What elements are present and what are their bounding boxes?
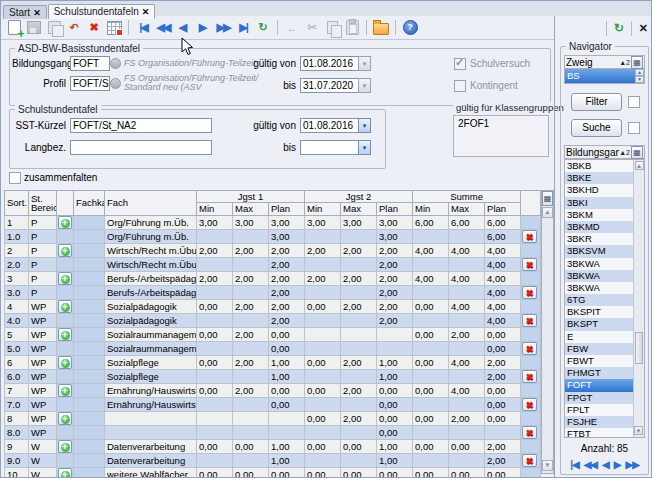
cell-fach[interactable]: Berufs-/Arbeitspädag.: [105, 271, 197, 285]
cell-value[interactable]: 2,00: [269, 299, 305, 313]
cell-value[interactable]: [341, 425, 377, 439]
cell-value[interactable]: [413, 425, 449, 439]
delete-row-button[interactable]: ✖: [522, 230, 537, 243]
cell-sort[interactable]: 8.0: [5, 425, 29, 439]
cell-value[interactable]: 1,00: [377, 369, 413, 383]
table-edit-button[interactable]: [105, 19, 123, 37]
cell-bereich[interactable]: P: [29, 243, 57, 257]
cell-value[interactable]: 0,00: [305, 299, 341, 313]
cell-fach[interactable]: Datenverarbeitung: [105, 453, 197, 467]
cell-value[interactable]: [341, 327, 377, 341]
cell-fachkat[interactable]: [74, 327, 105, 341]
cell-sort[interactable]: 9: [5, 439, 29, 453]
list-item-3bki[interactable]: 3BKI: [565, 197, 633, 209]
add-row-button[interactable]: +: [58, 328, 72, 341]
add-row-button[interactable]: +: [58, 244, 72, 257]
cell-value[interactable]: 0,00: [341, 467, 377, 478]
cell-fachkat[interactable]: [74, 243, 105, 257]
cell-value[interactable]: 3,00: [233, 215, 269, 229]
cell-value[interactable]: 0,00: [197, 467, 233, 478]
cell-value[interactable]: [341, 453, 377, 467]
cell-value[interactable]: 0,00: [377, 467, 413, 478]
cell-fachkat[interactable]: [74, 229, 105, 243]
cell-value[interactable]: [233, 369, 269, 383]
cell-value[interactable]: [413, 397, 449, 411]
cell-bereich[interactable]: WP: [29, 341, 57, 355]
panel-close-icon[interactable]: ✕: [639, 22, 648, 35]
cell-value[interactable]: [449, 285, 485, 299]
nav-next-button[interactable]: ▶: [614, 459, 621, 470]
cell-fach[interactable]: Sozialpflege: [105, 355, 197, 369]
cell-fach[interactable]: Org/Führung m.Üb.: [105, 215, 197, 229]
list-item-fpgt[interactable]: FPGT: [565, 392, 633, 404]
cell-value[interactable]: 2,00: [305, 243, 341, 257]
cell-value[interactable]: 0,00: [377, 397, 413, 411]
cell-value[interactable]: 0,00: [413, 439, 449, 453]
bildungsgang-field[interactable]: FOFT: [70, 56, 110, 71]
cell-value[interactable]: 4,00: [485, 257, 521, 271]
nav-first-button[interactable]: |◀: [570, 459, 579, 470]
basis-gueltig-von-field[interactable]: 01.08.2016: [300, 56, 359, 71]
cell-value[interactable]: 0,00: [485, 327, 521, 341]
cell-value[interactable]: [341, 285, 377, 299]
cell-fachkat[interactable]: [74, 369, 105, 383]
cell-value[interactable]: [305, 229, 341, 243]
cell-value[interactable]: 2,00: [377, 299, 413, 313]
cell-value[interactable]: [305, 257, 341, 271]
cell-value[interactable]: 2,00: [377, 243, 413, 257]
cell-value[interactable]: 1,00: [269, 453, 305, 467]
klassengruppen-box[interactable]: 2FOF1: [453, 115, 549, 157]
list-item-3bkwa[interactable]: 3BKWA: [565, 282, 633, 294]
schulversuch-checkbox[interactable]: [454, 58, 466, 70]
list-item-3bkwa[interactable]: 3BKWA: [565, 258, 633, 270]
cell-value[interactable]: 3,00: [377, 229, 413, 243]
add-row-button[interactable]: +: [58, 216, 72, 229]
undo-button[interactable]: ↶: [65, 19, 83, 37]
cell-value[interactable]: 0,00: [305, 383, 341, 397]
add-row-button[interactable]: +: [58, 272, 72, 285]
list-item-foft[interactable]: FOFT: [565, 379, 633, 391]
add-row-button[interactable]: +: [58, 384, 72, 397]
cell-value[interactable]: [341, 341, 377, 355]
cell-value[interactable]: 3,00: [269, 215, 305, 229]
cell-sort[interactable]: 10: [5, 467, 29, 478]
cell-value[interactable]: [341, 257, 377, 271]
cell-value[interactable]: 0,00: [269, 467, 305, 478]
cell-value[interactable]: 6,00: [485, 229, 521, 243]
kontingent-checkbox[interactable]: [454, 80, 466, 92]
bildungsgang-column-config-icon[interactable]: [631, 146, 643, 159]
cell-value[interactable]: 1,00: [269, 355, 305, 369]
cell-value[interactable]: 0,00: [377, 383, 413, 397]
cell-value[interactable]: 0,00: [233, 439, 269, 453]
cell-value[interactable]: 0,00: [269, 383, 305, 397]
cell-sort[interactable]: 1.0: [5, 229, 29, 243]
filter-button[interactable]: Filter: [571, 93, 622, 111]
cell-value[interactable]: [233, 341, 269, 355]
last-record-button[interactable]: ▶|: [234, 19, 252, 37]
cell-fachkat[interactable]: [74, 397, 105, 411]
next-record-button[interactable]: ▶: [194, 19, 212, 37]
sst-bis-dropdown-icon[interactable]: [358, 140, 371, 155]
cell-value[interactable]: 0,00: [377, 425, 413, 439]
cell-fachkat[interactable]: [74, 313, 105, 327]
help-button[interactable]: [401, 19, 419, 37]
prev-record-button[interactable]: ◀: [174, 19, 192, 37]
nav-prev-button[interactable]: ◀: [602, 459, 609, 470]
zweig-spin-down-icon[interactable]: ▼: [635, 76, 644, 83]
folder-button[interactable]: [372, 19, 390, 37]
cell-value[interactable]: [341, 313, 377, 327]
cell-value[interactable]: [197, 285, 233, 299]
basis-bis-dropdown-icon[interactable]: [358, 78, 371, 93]
delete-row-button[interactable]: ✖: [522, 398, 537, 411]
list-item-3bkb[interactable]: 3BKB: [565, 160, 633, 172]
cell-value[interactable]: 2,00: [341, 299, 377, 313]
cell-value[interactable]: [449, 369, 485, 383]
list-item-3bksvm[interactable]: 3BKSVM: [565, 245, 633, 257]
cell-bereich[interactable]: WP: [29, 355, 57, 369]
cell-value[interactable]: 4,00: [485, 271, 521, 285]
cell-fach[interactable]: weitere Wahlfächer: [105, 467, 197, 478]
cell-fachkat[interactable]: [74, 257, 105, 271]
cell-bereich[interactable]: WP: [29, 397, 57, 411]
cell-bereich[interactable]: P: [29, 257, 57, 271]
cell-fachkat[interactable]: [74, 439, 105, 453]
